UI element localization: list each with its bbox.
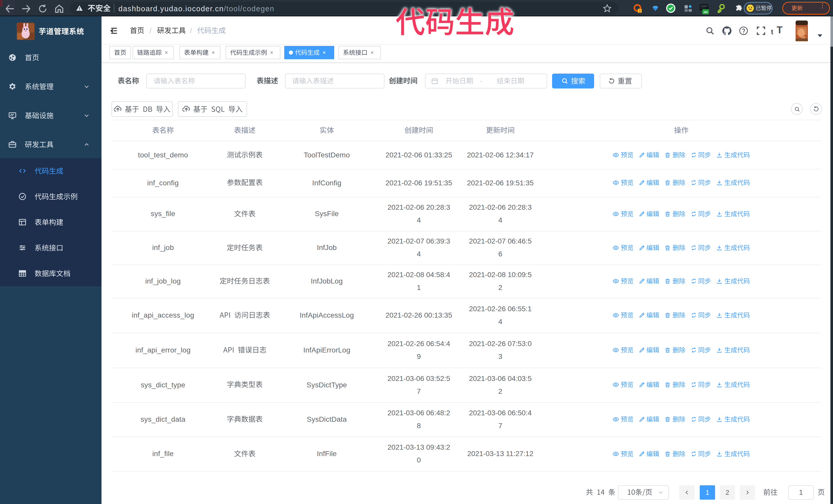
svg-text:on: on xyxy=(704,10,708,14)
svg-text:1: 1 xyxy=(639,9,641,13)
